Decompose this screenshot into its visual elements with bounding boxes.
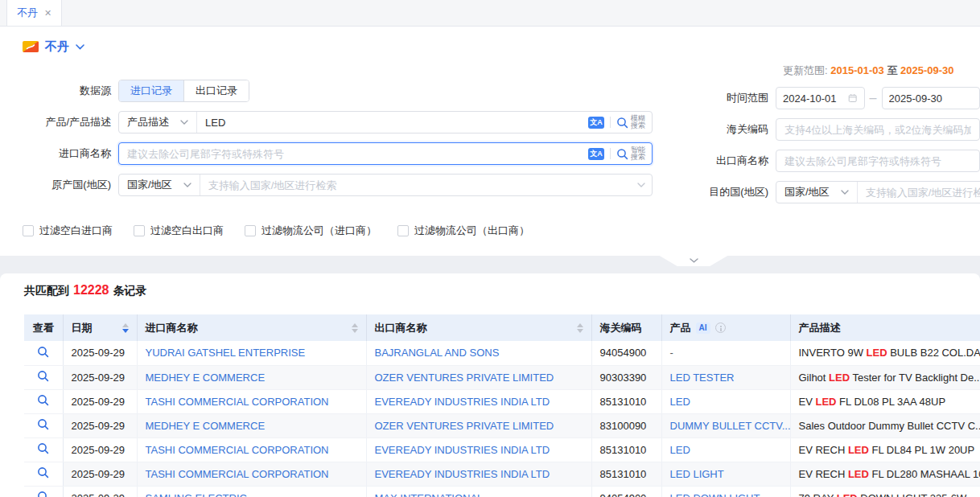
exporter-link[interactable]: BAJRANGLAL AND SONS [375,347,500,359]
import-records-tab[interactable]: 进口记录 [119,80,183,101]
view-record-button[interactable] [24,341,63,365]
search-icon [37,466,49,479]
importer-cell: SAMLING ELECTRIC [137,486,366,497]
exporter-link[interactable]: OZER VENTURES PRIVATE LIMITED [375,420,554,432]
exporter-cell: OZER VENTURES PRIVATE LIMITED [366,413,591,437]
column-header[interactable]: 进口商名称 [137,314,366,341]
results-summary: 共匹配到12228条记录 [24,283,980,298]
country-name[interactable]: 不丹 [45,39,69,55]
date-from-input[interactable] [783,92,843,105]
checkbox-box[interactable] [397,225,409,236]
product-desc-cell: EV LED FL DL08 PL 3AA 48UP [790,389,980,413]
calendar-icon[interactable] [848,92,857,104]
filter-checkbox[interactable]: 过滤空白进口商 [23,224,113,238]
chevron-down-icon[interactable] [637,183,645,187]
app-root: 不丹 ✕ 不丹 数据源 进口记录 出口记录 [0,0,980,497]
tab-bar: 不丹 ✕ [0,0,980,27]
tab-bhutan[interactable]: 不丹 ✕ [6,0,62,26]
view-record-button[interactable] [24,389,63,413]
export-records-tab[interactable]: 出口记录 [183,80,249,101]
chevron-down-icon[interactable] [76,44,84,50]
importer-link[interactable]: TASHI COMMERCIAL CORPORATION [146,396,329,408]
fuzzy-search-button[interactable]: 模糊搜索 [616,115,645,130]
hs-code-input[interactable] [776,124,979,136]
date-to-input[interactable] [889,92,973,105]
info-icon[interactable] [715,322,726,333]
product-link[interactable]: LED [670,396,690,408]
exporter-name-input[interactable] [776,155,979,167]
divider [610,117,611,128]
column-header: 产品描述 [790,314,980,341]
importer-label: 进口商名称 [0,146,118,161]
product-link[interactable]: LED [670,444,690,456]
exporter-link[interactable]: EVEREADY INDUSTRIES INDIA LTD [375,396,550,408]
sort-icon[interactable] [577,323,583,333]
keyword-highlight: LED [848,468,869,480]
checkbox-label: 过滤空白出口商 [150,224,224,238]
filter-checkbox[interactable]: 过滤空白出口商 [134,224,224,238]
view-record-button[interactable] [24,437,63,462]
exporter-link[interactable]: MAX INTERNATIONAL [375,492,484,497]
origin-input-group: 国家/地区 [118,174,653,196]
view-record-button[interactable] [24,365,63,389]
importer-link[interactable]: MEDHEY E COMMERCE [146,420,266,432]
origin-type-select[interactable]: 国家/地区 [119,175,200,195]
view-record-button[interactable] [24,486,63,497]
hs-code-cell: 85131010 [591,462,661,486]
importer-link[interactable]: YUDRAI GATSHEL ENTERPRISE [146,347,306,359]
product-search-input[interactable] [197,117,588,129]
importer-link[interactable]: TASHI COMMERCIAL CORPORATION [146,468,329,480]
product-link[interactable]: LED DOWN LIGHT [670,492,760,497]
checkbox-box[interactable] [134,225,145,236]
importer-link[interactable]: TASHI COMMERCIAL CORPORATION [146,444,329,456]
exporter-link[interactable]: EVEREADY INDUSTRIES INDIA LTD [375,468,550,480]
smart-label-2: 搜索 [631,154,645,162]
column-header[interactable]: 出口商名称 [366,314,591,341]
checkbox-label: 过滤物流公司（出口商） [414,224,529,238]
product-cell: LED DOWN LIGHT [661,486,790,497]
data-source-toggle: 进口记录 出口记录 [118,80,249,102]
filter-checkbox[interactable]: 过滤物流公司（进口商） [245,224,377,238]
table-body: 2025-09-29YUDRAI GATSHEL ENTERPRISEBAJRA… [24,341,980,497]
column-header: 产品AI [661,314,790,341]
update-range-to-word: 至 [887,64,897,76]
checkbox-box[interactable] [245,225,256,236]
tab-close-icon[interactable]: ✕ [44,8,51,18]
product-type-select[interactable]: 产品描述 [119,112,197,133]
destination-type-select[interactable]: 国家/地区 [776,182,858,203]
sort-icon[interactable] [122,323,129,333]
search-icon [37,346,49,358]
exporter-link[interactable]: OZER VENTURES PRIVATE LIMITED [375,372,554,384]
importer-cell: YUDRAI GATSHEL ENTERPRISE [137,341,366,365]
chevron-down-icon [180,120,188,125]
fuzzy-label-2: 搜索 [631,122,645,130]
product-cell: LED [661,389,790,413]
record-date: 2025-09-29 [63,341,137,365]
column-label: 出口商名称 [375,321,427,335]
sort-icon[interactable] [352,323,358,333]
exporter-link[interactable]: EVEREADY INDUSTRIES INDIA LTD [375,444,550,456]
importer-link[interactable]: SAMLING ELECTRIC [146,492,247,497]
importer-link[interactable]: MEDHEY E COMMERCE [146,372,266,384]
importer-name-input[interactable] [119,148,588,160]
checkbox-box[interactable] [23,225,34,236]
table-row: 2025-09-29TASHI COMMERCIAL CORPORATIONEV… [24,389,980,413]
smart-search-button[interactable]: 智能搜索 [616,146,645,162]
product-link[interactable]: LED LIGHT [670,468,724,480]
column-label: 海关编码 [600,321,642,335]
collapse-filter-handle[interactable] [658,255,729,266]
hs-code-cell: 94054900 [591,341,661,365]
product-link[interactable]: DUMMY BULLET CCTV... [670,420,791,432]
filter-checkbox[interactable]: 过滤物流公司（出口商） [397,224,529,238]
view-record-button[interactable] [24,413,63,437]
translate-icon[interactable]: 文A [588,117,604,129]
chevron-down-icon [841,190,849,195]
destination-country-input[interactable] [858,187,980,199]
column-header: 海关编码 [591,314,661,341]
view-record-button[interactable] [24,462,63,486]
origin-country-input[interactable] [200,179,637,191]
product-link[interactable]: LED TESTER [670,372,735,384]
origin-country-label: 原产国(地区) [0,178,118,192]
column-header[interactable]: 日期 [63,314,137,341]
translate-icon[interactable]: 文A [588,148,604,160]
